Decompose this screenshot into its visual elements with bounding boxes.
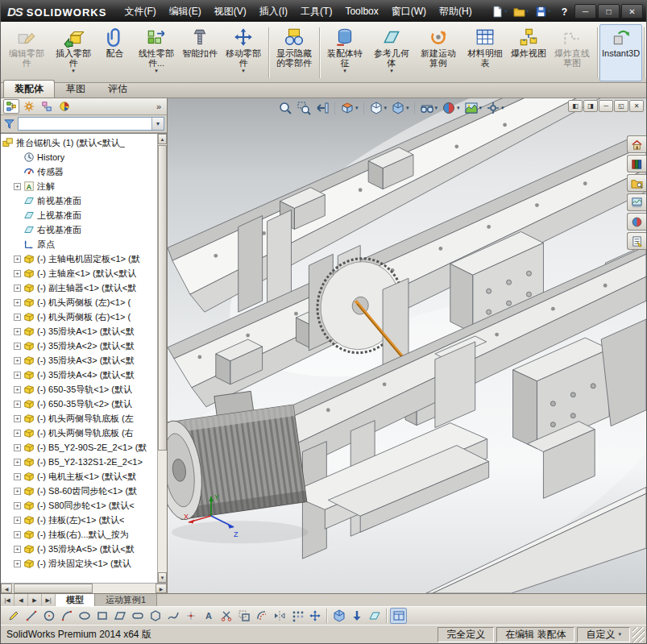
ribbon-smart-fastener-button[interactable]: 智能扣件 — [180, 24, 220, 81]
taskpane-design-library-button[interactable] — [627, 155, 646, 172]
spline-tool-button[interactable] — [164, 608, 181, 624]
pencil-tool-button[interactable] — [5, 608, 22, 624]
tree-item[interactable]: +(-) 650-35导轨<1> (默认 — [1, 382, 157, 397]
expander-icon[interactable]: + — [14, 430, 21, 437]
tree-item[interactable]: +(-) 机头两侧导轨底板 (左 — [1, 411, 157, 426]
iso-cube-tool-button[interactable] — [330, 608, 347, 624]
expander-icon[interactable]: + — [14, 531, 21, 538]
circle-tool-button[interactable] — [40, 608, 57, 624]
expander-icon[interactable]: + — [14, 256, 21, 263]
ribbon-insert-component-button[interactable]: 插入零部件▾ — [50, 24, 97, 81]
model-tab-1[interactable]: 运动算例1 — [95, 594, 157, 606]
expander-icon[interactable]: + — [14, 415, 21, 422]
ribbon-mate-button[interactable]: 配合 — [97, 24, 133, 81]
taskpane-file-explorer-button[interactable] — [627, 174, 646, 192]
panel-tab-displaymanager[interactable] — [56, 99, 73, 114]
tab-装配体[interactable]: 装配体 — [3, 80, 55, 98]
expander-icon[interactable]: + — [14, 343, 21, 350]
menu-item-5[interactable]: Toolbox — [338, 1, 384, 22]
viewport-toggle-tool-button[interactable] — [390, 608, 407, 624]
point-tool-button[interactable] — [182, 608, 199, 624]
previous-view-button[interactable] — [313, 99, 331, 117]
status-custom-toolbar[interactable]: 自定义▾ — [577, 627, 630, 642]
expander-icon[interactable]: + — [14, 517, 21, 524]
model-tab-0[interactable]: 模型 — [56, 594, 95, 606]
menu-item-0[interactable]: 文件(F) — [118, 1, 162, 22]
expander-icon[interactable]: + — [14, 560, 21, 567]
tree-item[interactable]: +(-) B5_Y2-90S-2E_2<1> (默 — [1, 440, 157, 455]
ribbon-bom-button[interactable]: 材料明细表 — [462, 24, 508, 81]
scroll-down-arrow[interactable]: ▼ — [158, 572, 167, 583]
polygon-tool-button[interactable] — [147, 608, 164, 624]
edit-appearance-button[interactable]: ▾ — [440, 99, 462, 117]
close-button[interactable]: ✕ — [629, 100, 644, 112]
expander-icon[interactable]: + — [14, 488, 21, 495]
convert-tool-button[interactable] — [235, 608, 252, 624]
zoom-fit-button[interactable] — [276, 99, 294, 117]
view-orientation-button[interactable]: ▾ — [367, 99, 389, 117]
taskpane-appearance-ball-button[interactable] — [627, 213, 646, 231]
hide-show-items-button[interactable]: ▾ — [418, 99, 440, 117]
tree-horizontal-scrollbar[interactable]: ◀ ▶ — [1, 583, 167, 593]
expander-icon[interactable]: + — [14, 473, 21, 480]
ribbon-instant3d-button[interactable]: Instant3D — [599, 24, 642, 81]
move-tool-button[interactable] — [306, 608, 323, 624]
parallelogram-tool-button[interactable] — [111, 608, 128, 624]
pane-left-button[interactable]: ◧ — [568, 100, 583, 112]
line-tool-button[interactable] — [23, 608, 39, 624]
tree-item[interactable]: +(-) 35滑块A<5> (默认<默 — [1, 542, 157, 556]
section-view-button[interactable]: ▾ — [338, 99, 360, 117]
expander-icon[interactable]: + — [14, 386, 21, 393]
maximize-button[interactable]: □ — [598, 4, 620, 19]
tree-item[interactable]: +(-) 挂板(右)...默认_按为 — [1, 527, 157, 542]
minimize-button[interactable]: ─ — [574, 4, 596, 19]
menu-item-2[interactable]: 视图(V) — [208, 1, 253, 22]
tree-item[interactable]: +(-) 挂板(左)<1> (默认< — [1, 513, 157, 527]
tab-nav-3[interactable]: ▶| — [42, 594, 56, 606]
tree-item[interactable]: +(-) 主轴电机固定板<1> (默 — [1, 251, 157, 266]
scroll-up-arrow[interactable]: ▲ — [158, 134, 167, 144]
ribbon-motion-study-button[interactable]: 新建运动算例 — [415, 24, 462, 81]
scroll-track[interactable] — [12, 584, 156, 593]
tree-vertical-scrollbar[interactable]: ▲ ▼ — [157, 134, 167, 583]
expander-icon[interactable]: + — [14, 183, 21, 190]
expander-icon[interactable]: + — [14, 401, 21, 408]
close-button[interactable]: ✕ — [621, 4, 643, 19]
rectangle-tool-button[interactable] — [93, 608, 110, 624]
menu-item-4[interactable]: 工具(T) — [294, 1, 338, 22]
scroll-right-arrow[interactable]: ▶ — [156, 584, 167, 593]
plane-tool-tool-button[interactable] — [366, 608, 383, 624]
arrow-down-tool-button[interactable] — [348, 608, 365, 624]
ribbon-linear-pattern-button[interactable]: 线性零部件...▾ — [133, 24, 180, 81]
tree-item[interactable]: 前视基准面 — [1, 193, 157, 208]
menu-item-3[interactable]: 插入(I) — [253, 1, 294, 22]
tab-草图[interactable]: 草图 — [55, 80, 97, 98]
ribbon-exploded-view-button[interactable]: 爆炸视图 — [508, 24, 549, 81]
tree-item[interactable]: +(-) S80同步轮<1> (默认< — [1, 498, 157, 513]
tree-item[interactable]: +(-) S8-60齿同步轮<1> (默 — [1, 484, 157, 498]
expander-icon[interactable]: + — [14, 285, 21, 292]
tree-item[interactable]: 推台锯机头 (1) (默认<默认_ — [1, 135, 157, 150]
tree-item[interactable]: +(-) 650-35导轨<2> (默认 — [1, 397, 157, 411]
text-tool-button[interactable]: A — [200, 608, 217, 624]
tree-item[interactable]: +(-) 35滑块A<4> (默认<默 — [1, 368, 157, 382]
expander-icon[interactable]: + — [14, 372, 21, 379]
offset-tool-button[interactable] — [253, 608, 270, 624]
expander-icon[interactable]: + — [14, 546, 21, 553]
display-style-button[interactable]: ▾ — [389, 99, 411, 117]
tree-item[interactable]: +(-) 机头两侧板 (右)<1> ( — [1, 310, 157, 324]
tree-item[interactable]: +(-) 机头两侧板 (左)<1> ( — [1, 295, 157, 310]
panel-tab-featuremanager[interactable] — [3, 99, 19, 114]
tree-item[interactable]: +A注解 — [1, 179, 157, 193]
tab-nav-0[interactable]: |◀ — [1, 594, 15, 606]
expander-icon[interactable]: + — [14, 299, 21, 306]
scroll-left-arrow[interactable]: ◀ — [1, 584, 12, 593]
expander-icon[interactable]: + — [14, 328, 21, 335]
zoom-area-button[interactable] — [295, 99, 313, 117]
expander-icon[interactable]: + — [14, 270, 21, 277]
menu-item-6[interactable]: 窗口(W) — [385, 1, 433, 22]
tab-nav-2[interactable]: ▶ — [28, 594, 42, 606]
menu-item-1[interactable]: 编辑(E) — [163, 1, 208, 22]
trim-tool-button[interactable] — [218, 608, 234, 624]
tree-item[interactable]: +(-) 电机主板<1> (默认<默 — [1, 469, 157, 484]
